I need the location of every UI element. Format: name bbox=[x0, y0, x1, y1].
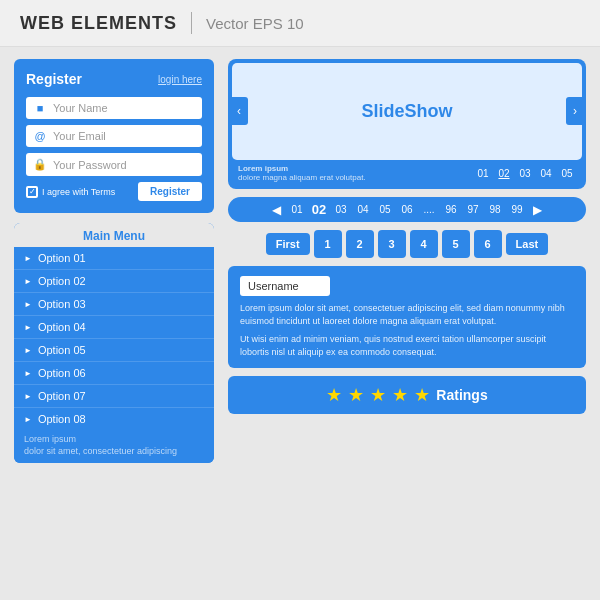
menu-item-7[interactable]: ►Option 07 bbox=[14, 385, 214, 408]
p2-page-2[interactable]: 2 bbox=[346, 230, 374, 258]
agree-text: I agree with Terms bbox=[42, 187, 115, 197]
pagination-next[interactable]: ▶ bbox=[530, 203, 545, 217]
header-title: WEB ELEMENTS bbox=[20, 13, 177, 34]
slide-info: Lorem ipsum dolore magna aliquam erat vo… bbox=[232, 160, 582, 185]
p2-page-3[interactable]: 3 bbox=[378, 230, 406, 258]
menu-arrow-5: ► bbox=[24, 346, 32, 355]
lock-icon: 🔒 bbox=[33, 158, 47, 171]
pagination2-bar: First 1 2 3 4 5 6 Last bbox=[228, 230, 586, 258]
dot-4[interactable]: 04 bbox=[537, 168, 555, 179]
p2-page-5[interactable]: 5 bbox=[442, 230, 470, 258]
user-card: Username Lorem ipsum dolor sit amet, con… bbox=[228, 266, 586, 368]
slide-dots: 01 02 03 04 05 bbox=[474, 168, 576, 179]
header: WEB ELEMENTS Vector EPS 10 bbox=[0, 0, 600, 47]
menu-item-6[interactable]: ►Option 06 bbox=[14, 362, 214, 385]
menu-box: Main Menu ►Option 01►Option 02►Option 03… bbox=[14, 223, 214, 463]
page-97[interactable]: 97 bbox=[464, 204, 482, 215]
star-1[interactable]: ★ bbox=[326, 384, 342, 406]
login-link[interactable]: login here bbox=[158, 74, 202, 85]
main-content: Register login here ■ Your Name @ Your E… bbox=[0, 47, 600, 595]
name-placeholder: Your Name bbox=[53, 102, 108, 114]
page-04[interactable]: 04 bbox=[354, 204, 372, 215]
email-icon: @ bbox=[33, 130, 47, 142]
menu-arrow-6: ► bbox=[24, 369, 32, 378]
right-column: ‹ SlideShow › Lorem ipsum dolore magna a… bbox=[228, 59, 586, 583]
page-ellipsis: .... bbox=[420, 204, 438, 215]
left-column: Register login here ■ Your Name @ Your E… bbox=[14, 59, 214, 583]
ratings-label: Ratings bbox=[436, 387, 487, 403]
menu-item-4[interactable]: ►Option 04 bbox=[14, 316, 214, 339]
page-98[interactable]: 98 bbox=[486, 204, 504, 215]
star-5[interactable]: ★ bbox=[414, 384, 430, 406]
p2-page-1[interactable]: 1 bbox=[314, 230, 342, 258]
pagination-prev[interactable]: ◀ bbox=[269, 203, 284, 217]
slide-prev-button[interactable]: ‹ bbox=[232, 97, 248, 125]
page-03[interactable]: 03 bbox=[332, 204, 350, 215]
agree-label[interactable]: ✓ I agree with Terms bbox=[26, 186, 115, 198]
register-title: Register bbox=[26, 71, 82, 87]
page-05[interactable]: 05 bbox=[376, 204, 394, 215]
user-text-1: Lorem ipsum dolor sit amet, consectetuer… bbox=[240, 302, 574, 327]
menu-item-2[interactable]: ►Option 02 bbox=[14, 270, 214, 293]
menu-arrow-7: ► bbox=[24, 392, 32, 401]
star-4[interactable]: ★ bbox=[392, 384, 408, 406]
user-icon: ■ bbox=[33, 102, 47, 114]
name-field[interactable]: ■ Your Name bbox=[26, 97, 202, 119]
menu-list: ►Option 01►Option 02►Option 03►Option 04… bbox=[14, 247, 214, 430]
menu-arrow-4: ► bbox=[24, 323, 32, 332]
slideshow-box: ‹ SlideShow › Lorem ipsum dolore magna a… bbox=[228, 59, 586, 189]
p2-page-4[interactable]: 4 bbox=[410, 230, 438, 258]
email-placeholder: Your Email bbox=[53, 130, 106, 142]
email-field[interactable]: @ Your Email bbox=[26, 125, 202, 147]
p2-page-6[interactable]: 6 bbox=[474, 230, 502, 258]
form-bottom: ✓ I agree with Terms Register bbox=[26, 182, 202, 201]
header-divider bbox=[191, 12, 192, 34]
menu-arrow-2: ► bbox=[24, 277, 32, 286]
menu-item-5[interactable]: ►Option 05 bbox=[14, 339, 214, 362]
page-01[interactable]: 01 bbox=[288, 204, 306, 215]
slide-description: Lorem ipsum dolore magna aliquam erat vo… bbox=[238, 164, 366, 183]
menu-arrow-1: ► bbox=[24, 254, 32, 263]
password-placeholder: Your Password bbox=[53, 159, 127, 171]
page-02[interactable]: 02 bbox=[310, 202, 328, 217]
ratings-box: ★ ★ ★ ★ ★ Ratings bbox=[228, 376, 586, 414]
menu-item-8[interactable]: ►Option 08 bbox=[14, 408, 214, 430]
register-header: Register login here bbox=[26, 71, 202, 87]
menu-title: Main Menu bbox=[14, 223, 214, 247]
star-3[interactable]: ★ bbox=[370, 384, 386, 406]
star-2[interactable]: ★ bbox=[348, 384, 364, 406]
menu-footer-text: Lorem ipsumdolor sit amet, consectetuer … bbox=[24, 434, 177, 456]
slide-next-button[interactable]: › bbox=[566, 97, 582, 125]
first-button[interactable]: First bbox=[266, 233, 310, 255]
page-06[interactable]: 06 bbox=[398, 204, 416, 215]
dot-1[interactable]: 01 bbox=[474, 168, 492, 179]
menu-item-3[interactable]: ►Option 03 bbox=[14, 293, 214, 316]
pagination-bar: ◀ 01 02 03 04 05 06 .... 96 97 98 99 ▶ bbox=[228, 197, 586, 222]
last-button[interactable]: Last bbox=[506, 233, 549, 255]
menu-arrow-3: ► bbox=[24, 300, 32, 309]
slideshow-label: SlideShow bbox=[361, 101, 452, 122]
page-96[interactable]: 96 bbox=[442, 204, 460, 215]
header-subtitle: Vector EPS 10 bbox=[206, 15, 304, 32]
dot-3[interactable]: 03 bbox=[516, 168, 534, 179]
menu-footer: Lorem ipsumdolor sit amet, consectetuer … bbox=[14, 430, 214, 463]
menu-arrow-8: ► bbox=[24, 415, 32, 424]
register-box: Register login here ■ Your Name @ Your E… bbox=[14, 59, 214, 213]
page-99[interactable]: 99 bbox=[508, 204, 526, 215]
user-text-2: Ut wisi enim ad minim veniam, quis nostr… bbox=[240, 333, 574, 358]
agree-checkbox[interactable]: ✓ bbox=[26, 186, 38, 198]
register-button[interactable]: Register bbox=[138, 182, 202, 201]
username-field[interactable]: Username bbox=[240, 276, 330, 296]
slideshow-inner: ‹ SlideShow › bbox=[232, 63, 582, 160]
menu-item-1[interactable]: ►Option 01 bbox=[14, 247, 214, 270]
dot-5[interactable]: 05 bbox=[558, 168, 576, 179]
dot-2[interactable]: 02 bbox=[495, 168, 513, 179]
password-field[interactable]: 🔒 Your Password bbox=[26, 153, 202, 176]
